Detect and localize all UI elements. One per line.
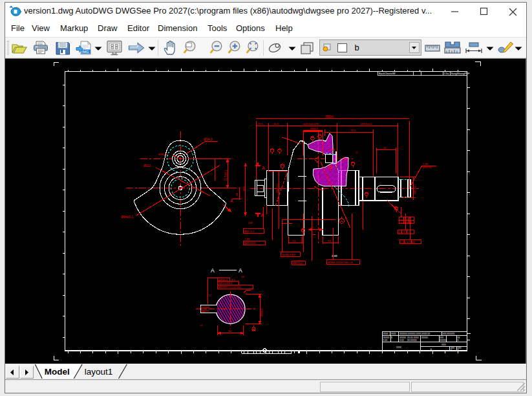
svg-text:74.5: 74.5 [350, 129, 356, 132]
svg-text:1:4: 1:4 [231, 278, 235, 281]
svg-text:23.5: 23.5 [258, 122, 264, 126]
svg-text:X.XX: X.XX [399, 339, 404, 342]
svg-text:XXXXXX XXXXXX,XXXX,XXXX.XX: XXXXXX XXXXXX,XXXX,XXXX.XX [399, 333, 430, 335]
svg-text:X: X [391, 336, 392, 339]
svg-text:12: 12 [311, 226, 314, 229]
svg-text:24: 24 [292, 239, 295, 243]
svg-text:1-1.5×0.3TEX: 1-1.5×0.3TEX [401, 241, 416, 244]
svg-text:42: 42 [383, 146, 387, 149]
svg-text:XXX: XXX [396, 346, 401, 349]
svg-text:Ø7.8: Ø7.8 [202, 308, 207, 311]
svg-text:XXXX: XXXX [383, 333, 388, 335]
svg-text:Ø68: Ø68 [330, 148, 335, 151]
svg-text:X: X [451, 349, 452, 351]
svg-text:A: A [230, 199, 233, 203]
svg-text:△: △ [356, 150, 358, 153]
svg-text:X: X [458, 349, 459, 351]
svg-text:A: A [211, 267, 215, 274]
svg-text:XX.XXXXX: XX.XXXXX [407, 339, 417, 342]
svg-text:⊥ 0.03 B: ⊥ 0.03 B [399, 218, 409, 221]
svg-text:Ø10×90°: Ø10×90° [423, 166, 433, 169]
svg-text:b: b [431, 348, 432, 351]
svg-text:IMG: IMG [82, 50, 89, 54]
svg-text:NUNDILEK: NUNDILEK [282, 253, 295, 256]
svg-text:Ø3NX.XIXXIT.ML×.8: Ø3NX.XIXXIT.ML×.8 [328, 261, 353, 264]
svg-text:BackCharts/W: BackCharts/W [379, 72, 396, 75]
svg-text:12: 12 [209, 294, 211, 297]
svg-text:14: 14 [241, 275, 244, 278]
svg-text:3-M8: 3-M8 [332, 255, 337, 258]
svg-text:X.XX: X.XX [383, 339, 388, 342]
svg-text:A: A [239, 267, 242, 274]
svg-text:119.5±0.5: 119.5±0.5 [360, 122, 372, 126]
svg-text:54±0.2: 54±0.2 [310, 127, 318, 130]
svg-text:XXXXX: XXXXX [440, 339, 446, 342]
svg-text:XXXXX: XXXXX [421, 336, 428, 339]
svg-text:A: A [261, 213, 264, 217]
svg-text:X: X [458, 339, 459, 342]
svg-text:40.5: 40.5 [273, 122, 279, 126]
svg-text:≅Ø30.4: ≅Ø30.4 [218, 278, 228, 281]
svg-text:Model: Model [45, 367, 70, 377]
svg-text:RØXXXX: RØXXXX [244, 241, 256, 245]
svg-text:≈2: ≈2 [200, 324, 202, 327]
svg-text:Ø112: Ø112 [144, 164, 151, 168]
svg-text:Ø6: Ø6 [236, 193, 239, 196]
svg-text:МBS11YСLOG.100: МBS11YСLOG.100 [218, 285, 241, 289]
svg-text:2-Ø6: 2-Ø6 [343, 157, 346, 162]
svg-text:RØXXXI: RØXXXI [293, 261, 303, 265]
svg-text:52: 52 [328, 239, 331, 243]
svg-text:2-Ø8: 2-Ø8 [244, 238, 250, 241]
svg-text:760±1: 760±1 [325, 115, 334, 118]
svg-text:XXXX: XXXX [391, 333, 396, 335]
svg-text:○0.10 B-CM: ○0.10 B-CM [399, 221, 412, 224]
svg-text:71.5±0.1: 71.5±0.1 [224, 170, 228, 181]
svg-text:↕: ↕ [388, 143, 390, 146]
svg-text:30: 30 [228, 329, 231, 333]
svg-text:2-Ø5: 2-Ø5 [423, 163, 428, 166]
svg-text:Ø64±0.1: Ø64±0.1 [121, 215, 133, 219]
svg-text:A: A [262, 166, 265, 170]
svg-text:∥ 0.02 C-D: ∥ 0.02 C-D [399, 231, 410, 234]
svg-text:layout1: layout1 [85, 367, 113, 377]
svg-text:RØ.XXXXLI: RØ.XXXXLI [218, 281, 232, 285]
svg-text:SangShangPDF: SangShangPDF [451, 72, 470, 75]
svg-text:1:5a: 1:5a [444, 72, 450, 75]
svg-text:Ø62−0.1: Ø62−0.1 [244, 230, 255, 233]
svg-text:Ø36.05: Ø36.05 [158, 153, 168, 156]
svg-text:h9: h9 [202, 311, 205, 313]
svg-text:XXX.XXXXXX: XXX.XXXXXX [443, 333, 455, 335]
svg-text:Ø25−0.1: Ø25−0.1 [413, 184, 416, 194]
svg-text:103.6±0.078: 103.6±0.078 [303, 122, 319, 126]
svg-text:XXX: XXX [442, 344, 447, 346]
svg-text:2/Ø: 2/Ø [248, 221, 252, 225]
svg-text:Ø64−0.1: Ø64−0.1 [276, 183, 279, 193]
svg-text:Ø70: Ø70 [242, 186, 246, 191]
svg-text:Ø30e9: Ø30e9 [260, 308, 263, 316]
svg-text:Ø24.3: Ø24.3 [204, 137, 213, 141]
